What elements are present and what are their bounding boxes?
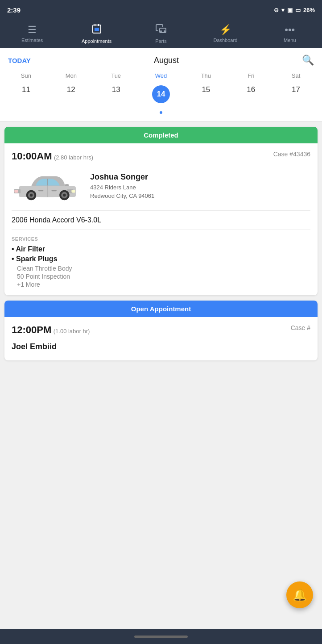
day-14[interactable]: 14 xyxy=(139,83,184,106)
menu-icon: ••• xyxy=(285,24,295,36)
day-16[interactable]: 16 xyxy=(228,83,273,106)
day-fri: Fri xyxy=(228,71,273,81)
card-body-2: 12:00PM (1.00 labor hr) Case # Joel Embi… xyxy=(4,317,318,360)
day-11[interactable]: 11 xyxy=(4,83,49,106)
calendar-search-button[interactable]: 🔍 xyxy=(302,54,314,66)
appointment-card-2[interactable]: Open Appointment 12:00PM (1.00 labor hr)… xyxy=(4,301,318,360)
services-section-1: SERVICES Air Filter Spark Plugs Clean Th… xyxy=(12,236,310,288)
nav-menu[interactable]: ••• Menu xyxy=(272,24,308,43)
nav-appointments-label: Appointments xyxy=(82,38,111,44)
card-body-1: 10:00AM (2.80 labor hrs) Case #43436 xyxy=(4,143,318,295)
nav-parts-label: Parts xyxy=(155,38,167,44)
day-sun: Sun xyxy=(4,71,49,81)
service-spark-plugs: Spark Plugs xyxy=(12,255,310,263)
svg-point-5 xyxy=(161,31,161,32)
svg-rect-3 xyxy=(95,28,99,31)
svg-point-19 xyxy=(63,194,66,197)
sim-icon: ▣ xyxy=(287,7,293,13)
home-indicator xyxy=(134,636,188,638)
customer-info-1: Joshua Songer 4324 Riders Lane Redwood C… xyxy=(90,172,310,200)
status-bar: 2:39 ⊖ ▾ ▣ ▭ 26% xyxy=(0,0,322,20)
day-wed: Wed xyxy=(139,71,184,81)
service-clean-throttle: Clean Throttle Body xyxy=(12,265,310,272)
calendar-section: TODAY August 🔍 Sun Mon Tue Wed Thu Fri S… xyxy=(0,48,322,121)
dnd-icon: ⊖ xyxy=(274,7,279,13)
nav-menu-label: Menu xyxy=(284,38,296,43)
customer-address-1: 4324 Riders Lane Redwood City, CA 94061 xyxy=(90,184,310,200)
day-mon: Mon xyxy=(49,71,94,81)
service-air-filter: Air Filter xyxy=(12,245,310,253)
nav-dashboard-label: Dashboard xyxy=(213,38,237,43)
svg-rect-21 xyxy=(38,190,43,191)
appointments-section: Completed 10:00AM (2.80 labor hrs) Case … xyxy=(0,121,322,401)
service-50-point: 50 Point Inspection xyxy=(12,273,310,280)
appointment-time-1: 10:00AM (2.80 labor hrs) xyxy=(12,151,93,162)
day-indicator xyxy=(0,108,322,116)
customer-row-1: Joshua Songer 4324 Riders Lane Redwood C… xyxy=(12,168,310,204)
appointment-time-2: 12:00PM (1.00 labor hr) xyxy=(12,324,90,336)
active-day-bubble: 14 xyxy=(152,85,170,103)
day-tue: Tue xyxy=(94,71,139,81)
wifi-icon: ▾ xyxy=(281,7,285,13)
day-12[interactable]: 12 xyxy=(49,83,94,106)
service-more[interactable]: +1 More xyxy=(12,281,310,288)
services-label-1: SERVICES xyxy=(12,236,310,242)
battery-icon: ▭ xyxy=(295,7,301,13)
active-dot xyxy=(160,111,162,114)
nav-estimates[interactable]: ☰ Estimates xyxy=(14,24,50,43)
bell-icon: 🔔 xyxy=(293,588,307,602)
bottom-bar xyxy=(0,629,322,644)
day-sat: Sat xyxy=(273,71,318,81)
status-open: Open Appointment xyxy=(4,301,318,317)
nav-appointments[interactable]: Appointments xyxy=(79,23,115,44)
calendar-header: TODAY August 🔍 xyxy=(0,48,322,71)
card-top-row-2: 12:00PM (1.00 labor hr) Case # xyxy=(12,324,310,336)
notification-fab[interactable]: 🔔 xyxy=(286,581,313,608)
divider-2 xyxy=(12,230,310,230)
battery-percent: 26% xyxy=(303,7,315,13)
status-icons: ⊖ ▾ ▣ ▭ 26% xyxy=(274,7,315,13)
svg-rect-13 xyxy=(14,190,18,192)
nav-dashboard[interactable]: ⚡ Dashboard xyxy=(207,24,243,43)
day-thu: Thu xyxy=(183,71,228,81)
appointment-card-1[interactable]: Completed 10:00AM (2.80 labor hrs) Case … xyxy=(4,127,318,295)
customer-name-1: Joshua Songer xyxy=(90,172,310,182)
day-13[interactable]: 13 xyxy=(94,83,139,106)
car-image-1 xyxy=(12,168,83,204)
month-title: August xyxy=(154,56,179,65)
appointments-icon xyxy=(91,23,102,37)
day-17[interactable]: 17 xyxy=(273,83,318,106)
svg-rect-22 xyxy=(52,190,57,191)
nav-estimates-label: Estimates xyxy=(21,38,43,43)
svg-point-6 xyxy=(164,31,165,32)
nav-parts[interactable]: Parts xyxy=(143,23,179,44)
estimates-icon: ☰ xyxy=(28,24,37,36)
case-number-1: Case #43436 xyxy=(273,151,310,158)
case-number-2: Case # xyxy=(291,324,310,331)
svg-rect-11 xyxy=(71,190,75,192)
day-15[interactable]: 15 xyxy=(183,83,228,106)
status-completed: Completed xyxy=(4,127,318,143)
nav-bar: ☰ Estimates Appointments Parts ⚡ Dashboa… xyxy=(0,20,322,48)
divider-1 xyxy=(12,210,310,211)
customer-name-2: Joel Embiid xyxy=(12,342,310,351)
day-numbers: 11 12 13 14 15 16 17 xyxy=(0,83,322,106)
day-headers: Sun Mon Tue Wed Thu Fri Sat xyxy=(0,71,322,81)
card-top-row-1: 10:00AM (2.80 labor hrs) Case #43436 xyxy=(12,151,310,162)
today-button[interactable]: TODAY xyxy=(8,57,31,64)
svg-point-16 xyxy=(30,194,33,197)
status-time: 2:39 xyxy=(7,6,21,14)
parts-icon xyxy=(156,23,166,37)
vehicle-info-1: 2006 Honda Accord V6-3.0L xyxy=(12,216,310,224)
dashboard-icon: ⚡ xyxy=(219,24,231,36)
svg-rect-23 xyxy=(65,184,69,186)
